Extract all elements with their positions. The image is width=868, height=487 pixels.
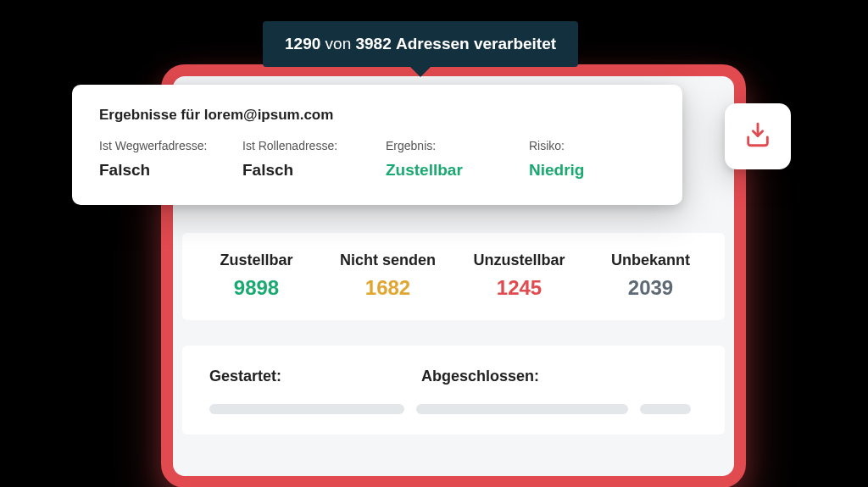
result-card: Ergebnisse für lorem@ipsum.com Ist Wegwe… [72, 85, 682, 205]
result-field: Ergebnis: Zustellbar [386, 139, 512, 180]
progress-tooltip: 1290 von 3982 Adressen verarbeitet [263, 21, 578, 67]
stat-value: 1682 [322, 276, 453, 300]
result-label: Risiko: [529, 139, 655, 152]
placeholder-bar [416, 404, 628, 414]
timeline-labels: Gestartet: Abgeschlossen: [209, 368, 698, 385]
placeholder-bar [209, 404, 404, 414]
result-label: Ist Wegwerfadresse: [99, 139, 225, 152]
stat-label: Zustellbar [191, 252, 322, 269]
stat-value: 9898 [191, 276, 322, 300]
stats-panel: Zustellbar 9898 Nicht senden 1682 Unzust… [182, 233, 725, 320]
result-value: Falsch [99, 161, 225, 180]
stat-donotsend: Nicht senden 1682 [322, 252, 453, 300]
stat-deliverable: Zustellbar 9898 [191, 252, 322, 300]
result-grid: Ist Wegwerfadresse: Falsch Ist Rollenadr… [99, 139, 655, 180]
progress-separator: von [326, 35, 352, 53]
result-value: Niedrig [529, 161, 655, 180]
progress-suffix: Adressen verarbeitet [396, 35, 556, 53]
stat-value: 2039 [585, 276, 716, 300]
timeline-panel: Gestartet: Abgeschlossen: [182, 346, 725, 434]
stat-value: 1245 [453, 276, 585, 300]
result-label: Ergebnis: [386, 139, 512, 152]
placeholder-bar [640, 404, 691, 414]
result-label: Ist Rollenadresse: [242, 139, 369, 152]
result-value: Zustellbar [386, 161, 512, 180]
download-tray-icon [743, 120, 772, 152]
result-value: Falsch [242, 161, 369, 180]
timeline-completed-label: Abgeschlossen: [421, 368, 539, 385]
stat-label: Nicht senden [322, 252, 453, 269]
progress-processed: 1290 [285, 35, 320, 53]
stat-undeliverable: Unzustellbar 1245 [453, 252, 585, 300]
progress-total: 3982 [355, 35, 391, 53]
result-field: Ist Rollenadresse: Falsch [242, 139, 369, 180]
stat-label: Unbekannt [585, 252, 716, 269]
result-title: Ergebnisse für lorem@ipsum.com [99, 107, 655, 124]
result-field: Ist Wegwerfadresse: Falsch [99, 139, 225, 180]
stat-unknown: Unbekannt 2039 [585, 252, 716, 300]
timeline-started-label: Gestartet: [209, 368, 421, 385]
download-button[interactable] [725, 103, 791, 169]
stat-label: Unzustellbar [453, 252, 585, 269]
timeline-placeholders [209, 404, 698, 414]
result-field: Risiko: Niedrig [529, 139, 655, 180]
